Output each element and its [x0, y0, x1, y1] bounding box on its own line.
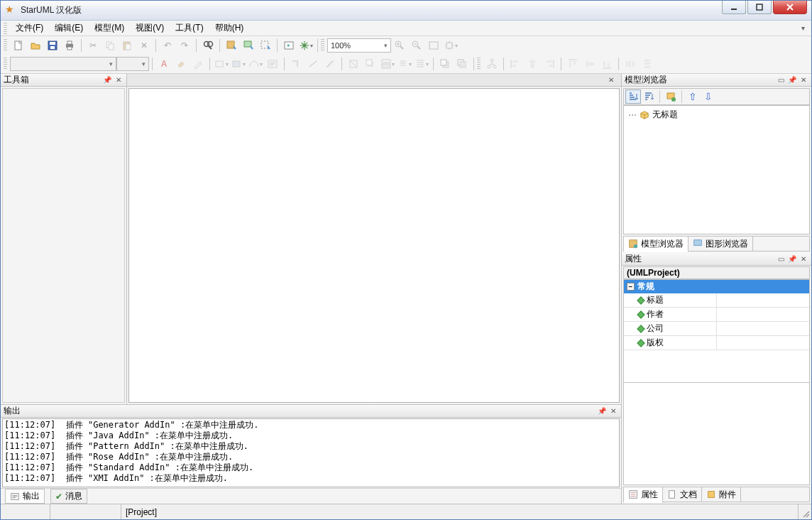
zoom-fit-button[interactable]	[426, 38, 441, 53]
nav-down-button[interactable]: ⇩	[701, 90, 716, 104]
sort-default-button[interactable]	[625, 90, 641, 104]
property-row-author[interactable]: 作者	[624, 308, 809, 322]
copy-button[interactable]	[102, 38, 118, 53]
find-button[interactable]	[200, 38, 216, 53]
linestyle-curve-button[interactable]	[322, 56, 338, 72]
refresh-button[interactable]	[281, 38, 297, 53]
new-button[interactable]	[11, 38, 26, 53]
menu-file[interactable]: 文件(F)	[10, 21, 49, 36]
paste-button[interactable]	[119, 38, 135, 53]
svg-point-20	[302, 43, 307, 48]
menu-edit[interactable]: 编辑(E)	[49, 21, 89, 36]
layout-tree-button[interactable]	[484, 56, 500, 72]
menu-help[interactable]: 帮助(H)	[209, 21, 250, 36]
pin-icon[interactable]: 📌	[787, 75, 797, 85]
menu-view[interactable]: 视图(V)	[130, 21, 170, 36]
show-op-button[interactable]: ▾	[414, 56, 429, 72]
format-button[interactable]: ▾	[397, 56, 412, 72]
output-title: 输出	[4, 405, 596, 417]
property-row-title[interactable]: 标题	[624, 293, 809, 308]
model-tree[interactable]: ⋯ 无标题	[623, 105, 810, 234]
zoom-in-button[interactable]	[392, 38, 407, 53]
menu-tool[interactable]: 工具(T)	[170, 21, 209, 36]
property-row-company[interactable]: 公司	[624, 322, 809, 336]
suppress-attr-button[interactable]: ▾	[380, 56, 395, 72]
pin-icon[interactable]: 📌	[597, 406, 607, 416]
select-model-button[interactable]	[224, 38, 239, 53]
window-pos-icon[interactable]: ▭	[776, 254, 786, 264]
options-button[interactable]: ▾	[298, 38, 314, 53]
align-bottom-button[interactable]	[599, 56, 615, 72]
menu-overflow-icon[interactable]: ▾	[801, 24, 808, 32]
font-combo[interactable]: ▾	[10, 57, 116, 71]
open-button[interactable]	[28, 38, 43, 53]
tab-doc[interactable]: 文档	[663, 487, 702, 502]
menu-model[interactable]: 模型(M)	[89, 21, 130, 36]
send-back-button[interactable]	[454, 56, 470, 72]
align-middle-button[interactable]	[582, 56, 598, 72]
tab-properties[interactable]: 属性	[624, 487, 663, 503]
show-shadow-button[interactable]	[363, 56, 378, 72]
property-grid[interactable]: −常规 标题 作者 公司 版权	[623, 279, 810, 383]
filter-button[interactable]	[663, 90, 679, 104]
tab-model-explorer[interactable]: 模型浏览器	[624, 237, 688, 252]
cut-button[interactable]: ✂	[85, 38, 101, 53]
menubar: 文件(F) 编辑(E) 模型(M) 视图(V) 工具(T) 帮助(H) ▾	[1, 21, 811, 36]
minimize-button[interactable]	[722, 0, 746, 14]
collapse-icon[interactable]: −	[627, 283, 635, 291]
redo-button[interactable]: ↷	[177, 38, 192, 53]
word-wrap-button[interactable]	[265, 56, 280, 72]
tree-root[interactable]: ⋯ 无标题	[628, 109, 805, 121]
sort-alpha-button[interactable]	[641, 90, 657, 104]
property-row-copyright[interactable]: 版权	[624, 336, 809, 350]
output-text[interactable]: [11:12:07] 插件 "Generator AddIn" :在菜单中注册成…	[2, 418, 620, 487]
zoom-out-button[interactable]	[409, 38, 424, 53]
diagram-canvas[interactable]	[128, 88, 620, 403]
stereotype-icon-button[interactable]: ▾	[248, 56, 263, 72]
select-view-button[interactable]	[258, 38, 273, 53]
close-icon[interactable]: ✕	[608, 406, 618, 416]
window-pos-icon[interactable]: ▭	[776, 75, 786, 85]
line-color-button[interactable]	[190, 56, 206, 72]
linestyle-oblique-button[interactable]	[305, 56, 321, 72]
svg-rect-46	[530, 60, 535, 63]
align-left-button[interactable]	[508, 56, 523, 72]
align-center-button[interactable]	[525, 56, 540, 72]
maximize-button[interactable]	[747, 0, 772, 14]
undo-button[interactable]: ↶	[160, 38, 175, 53]
font-color-button[interactable]: A	[156, 56, 172, 72]
close-button[interactable]	[773, 0, 807, 14]
select-annotation-button[interactable]	[241, 38, 256, 53]
zoom-combo[interactable]: 100%▾	[327, 38, 391, 53]
resize-grip-icon[interactable]	[799, 504, 811, 519]
align-right-button[interactable]	[542, 56, 557, 72]
dist-vert-button[interactable]	[640, 56, 655, 72]
status-cell-1	[1, 504, 50, 519]
fill-color-button[interactable]	[173, 56, 189, 72]
linestyle-rect-button[interactable]	[288, 56, 304, 72]
delete-button[interactable]: ✕	[136, 38, 152, 53]
close-icon[interactable]: ✕	[114, 75, 124, 85]
nav-up-button[interactable]: ⇧	[685, 90, 701, 104]
close-icon[interactable]: ✕	[799, 254, 808, 264]
stereotype-label-button[interactable]: ▾	[231, 56, 246, 72]
zoom-actual-button[interactable]: ▾	[443, 38, 459, 53]
property-category[interactable]: −常规	[624, 280, 809, 293]
tab-output[interactable]: 输出	[5, 489, 45, 504]
fontsize-combo[interactable]: ▾	[116, 57, 149, 71]
stereotype-none-button[interactable]: ▾	[214, 56, 229, 72]
close-icon[interactable]: ✕	[608, 76, 618, 84]
print-button[interactable]	[62, 38, 77, 53]
save-button[interactable]	[45, 38, 60, 53]
pin-icon[interactable]: 📌	[787, 254, 797, 264]
properties-header: 属性 ▭ 📌 ✕	[622, 253, 811, 266]
pin-icon[interactable]: 📌	[102, 75, 112, 85]
align-top-button[interactable]	[565, 56, 581, 72]
auto-resize-button[interactable]	[346, 56, 361, 72]
dist-horiz-button[interactable]	[622, 56, 638, 72]
tab-diagram-explorer[interactable]: 图形浏览器	[688, 237, 753, 251]
tab-messages[interactable]: ✔消息	[50, 489, 87, 504]
close-icon[interactable]: ✕	[799, 75, 808, 85]
tab-attach[interactable]: 附件	[702, 487, 741, 502]
bring-front-button[interactable]	[437, 56, 453, 72]
